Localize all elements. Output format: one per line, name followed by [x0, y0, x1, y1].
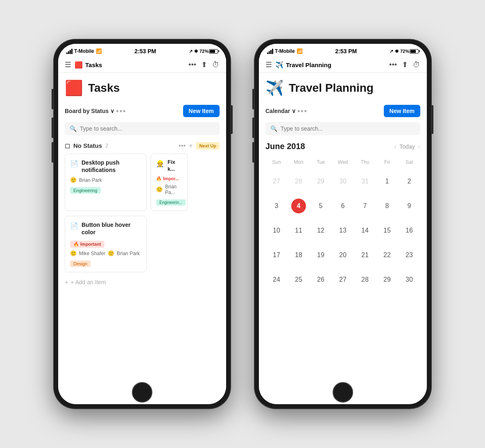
search-input-tasks[interactable]	[80, 125, 215, 132]
new-item-button-travel[interactable]: New Item	[384, 105, 420, 117]
cal-cell-23[interactable]: 23	[398, 244, 420, 267]
section-dots-icon[interactable]: •••	[179, 142, 186, 149]
cal-cell-10[interactable]: 10	[265, 219, 288, 242]
search-box-tasks[interactable]: 🔍	[65, 122, 220, 135]
add-item-button-tasks[interactable]: + + Add an Item	[65, 277, 220, 287]
cal-cell-30-prev[interactable]: 30	[332, 170, 354, 193]
battery-tasks: 72%	[199, 49, 218, 54]
cal-cell-28-prev[interactable]: 28	[288, 170, 310, 193]
nav-title-travel: ✈️ Travel Planning	[275, 61, 389, 69]
assignee-name-1: Brian Park	[79, 177, 102, 183]
cal-cell-15[interactable]: 15	[376, 219, 398, 242]
doc-icon-2: 📄	[70, 222, 78, 230]
cal-month-title: June 2018	[265, 142, 305, 151]
share-icon-travel[interactable]: ⬆	[402, 60, 408, 69]
home-button-tasks[interactable]	[132, 382, 152, 403]
history-icon[interactable]: ⏱	[212, 61, 220, 69]
cal-cell-11[interactable]: 11	[288, 219, 310, 242]
battery-body-travel	[410, 49, 419, 54]
card-title-partial: Fix k...	[168, 159, 182, 173]
cal-today-button[interactable]: Today	[399, 143, 415, 150]
search-icon-travel: 🔍	[270, 125, 277, 132]
cal-cell-24[interactable]: 24	[265, 268, 288, 291]
cal-month-header: June 2018 ‹ Today ›	[265, 142, 420, 151]
cal-next-icon[interactable]: ›	[418, 143, 420, 150]
cal-dots-icon[interactable]: •••	[297, 107, 308, 115]
wifi-icon: 📶	[96, 48, 102, 54]
toolbar-dots-icon[interactable]: •••	[116, 107, 126, 115]
bluetooth-icon-travel: ✱	[395, 49, 399, 54]
cal-cell-3[interactable]: 3	[265, 195, 288, 217]
cal-cell-29-prev[interactable]: 29	[310, 170, 332, 193]
travel-nav-emoji: ✈️	[275, 61, 283, 69]
tasks-nav-emoji: 🟥	[75, 61, 83, 69]
section-plus-icon[interactable]: +	[189, 142, 193, 149]
battery-travel: 72%	[400, 49, 419, 54]
tag-engineering-1: Engineering	[70, 187, 101, 194]
page-header-tasks: 🟥 Tasks	[65, 79, 220, 97]
doc-icon-1: 📄	[70, 160, 78, 167]
search-input-travel[interactable]	[281, 125, 415, 132]
cal-cell-13[interactable]: 13	[332, 219, 354, 242]
home-button-travel[interactable]	[333, 382, 353, 403]
card-fix-partial[interactable]: 👷 Fix k... 🔥 Impor... 🙂 Brian Pa... Engi…	[151, 154, 188, 211]
cal-cell-21[interactable]: 21	[354, 244, 376, 267]
board-view-label[interactable]: Board by Status	[65, 108, 109, 114]
cal-cell-27-prev[interactable]: 27	[265, 170, 288, 193]
cal-prev-icon[interactable]: ‹	[394, 143, 396, 150]
cal-cell-1[interactable]: 1	[376, 170, 398, 193]
cal-cell-19[interactable]: 19	[310, 244, 332, 267]
cal-cell-28[interactable]: 28	[354, 268, 376, 291]
cal-cell-29[interactable]: 29	[376, 268, 398, 291]
new-item-button-tasks[interactable]: New Item	[183, 105, 220, 117]
assignee-partial-name: Brian Pa...	[165, 184, 182, 195]
cal-week-3: 10 11 12 13 14 15 16	[265, 219, 420, 242]
doc-icon-partial: 👷	[156, 160, 164, 167]
card-title-row-1: 📄 Desktop push notifications	[70, 159, 141, 174]
tag-important: 🔥 Important	[70, 241, 104, 248]
cal-cell-20[interactable]: 20	[332, 244, 354, 267]
cal-toolbar-left: Calendar ∨ •••	[265, 107, 308, 115]
travel-phone: T-Mobile 📶 2:53 PM ↗ ✱ 72% ☰	[255, 40, 431, 408]
cal-cell-6[interactable]: 6	[332, 195, 354, 217]
card-desktop-push[interactable]: 📄 Desktop push notifications 🙂 Brian Par…	[65, 154, 147, 211]
cal-cell-31-prev[interactable]: 31	[354, 170, 376, 193]
more-dots-icon-travel[interactable]: •••	[389, 61, 397, 69]
section-actions: ••• +	[179, 142, 193, 149]
cal-cell-25[interactable]: 25	[288, 268, 310, 291]
card-button-blue[interactable]: 📄 Button blue hover color 🔥 Important 🙂 …	[65, 216, 147, 272]
cal-cell-12[interactable]: 12	[310, 219, 332, 242]
cal-cell-30[interactable]: 30	[398, 268, 420, 291]
cal-cell-27[interactable]: 27	[332, 268, 354, 291]
cal-cell-22[interactable]: 22	[376, 244, 398, 267]
cal-cell-7[interactable]: 7	[354, 195, 376, 217]
cal-cell-26[interactable]: 26	[310, 268, 332, 291]
cal-cell-8[interactable]: 8	[376, 195, 398, 217]
tasks-screen: T-Mobile 📶 2:53 PM ↗ ✱ 72% ☰	[58, 44, 226, 404]
cal-cell-5[interactable]: 5	[310, 195, 332, 217]
cal-cell-9[interactable]: 9	[398, 195, 420, 217]
tag-design-2: Design	[70, 260, 91, 267]
cal-cell-18[interactable]: 18	[288, 244, 310, 267]
travel-page-icon: ✈️	[265, 79, 284, 97]
cal-view-label[interactable]: Calendar	[265, 108, 290, 114]
tasks-page-icon: 🟥	[65, 79, 83, 97]
history-icon-travel[interactable]: ⏱	[413, 61, 420, 69]
share-icon[interactable]: ⬆	[201, 60, 207, 69]
assignee-brian: Brian Park	[117, 251, 140, 256]
cal-cell-14[interactable]: 14	[354, 219, 376, 242]
signal-bars	[66, 49, 73, 54]
more-dots-icon[interactable]: •••	[188, 61, 196, 69]
cal-days-header: Sun Mon Tue Wed Thu Fri Sat	[265, 158, 420, 167]
hamburger-icon-travel[interactable]: ☰	[265, 60, 272, 69]
cal-cell-16[interactable]: 16	[398, 219, 420, 242]
cal-fri: Fri	[376, 158, 398, 167]
cal-cell-2[interactable]: 2	[398, 170, 420, 193]
card-assignee-1: 🙂 Brian Park	[70, 177, 141, 183]
travel-screen: T-Mobile 📶 2:53 PM ↗ ✱ 72% ☰	[259, 44, 427, 404]
hamburger-icon[interactable]: ☰	[65, 60, 71, 69]
cal-cell-17[interactable]: 17	[265, 244, 288, 267]
cal-cell-4-today[interactable]: 4	[288, 195, 310, 217]
page-header-travel: ✈️ Travel Planning	[265, 79, 420, 97]
cal-search-box[interactable]: 🔍	[265, 122, 420, 135]
